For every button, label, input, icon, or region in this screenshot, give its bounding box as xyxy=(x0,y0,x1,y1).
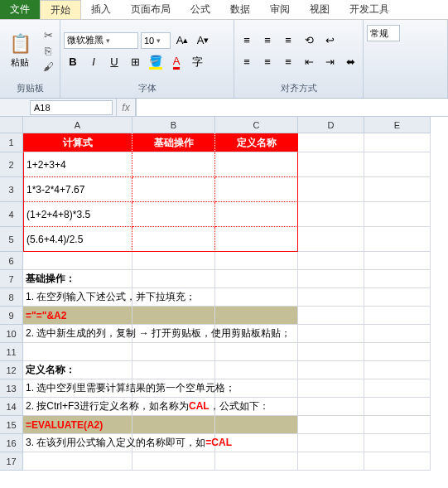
row-header[interactable]: 15 xyxy=(0,416,23,434)
row-header[interactable]: 12 xyxy=(0,361,23,379)
cell[interactable] xyxy=(215,452,298,471)
align-right-icon[interactable]: ≡ xyxy=(279,53,297,71)
copy-icon[interactable]: ⎘ xyxy=(41,45,55,58)
tab-data[interactable]: 数据 xyxy=(220,0,260,19)
underline-button[interactable]: U xyxy=(105,53,123,71)
row-header[interactable]: 16 xyxy=(0,434,23,452)
increase-indent-icon[interactable]: ⇥ xyxy=(320,53,339,71)
cell[interactable] xyxy=(364,361,431,379)
cell[interactable]: 1+2+3+4 xyxy=(23,152,132,177)
cell[interactable] xyxy=(132,270,215,288)
cell[interactable] xyxy=(298,202,364,227)
cell[interactable]: 定义名称 xyxy=(215,133,298,152)
cell[interactable] xyxy=(132,343,215,361)
cell[interactable] xyxy=(364,325,431,343)
cell[interactable] xyxy=(364,416,431,434)
italic-button[interactable]: I xyxy=(84,53,103,71)
row-header[interactable]: 10 xyxy=(0,325,23,343)
align-top-icon[interactable]: ≡ xyxy=(238,31,256,50)
select-all-corner[interactable] xyxy=(0,117,23,133)
cell[interactable] xyxy=(364,202,431,227)
cell[interactable] xyxy=(132,416,215,434)
col-header[interactable]: E xyxy=(364,117,431,133)
col-header[interactable]: A xyxy=(23,117,132,133)
cell[interactable] xyxy=(298,227,364,252)
tab-file[interactable]: 文件 xyxy=(0,0,40,19)
align-left-icon[interactable]: ≡ xyxy=(238,53,256,71)
cell[interactable] xyxy=(215,227,298,252)
row-header[interactable]: 2 xyxy=(0,152,23,177)
decrease-font-icon[interactable]: A▾ xyxy=(194,31,212,50)
cell[interactable] xyxy=(298,133,364,152)
tab-view[interactable]: 视图 xyxy=(300,0,340,19)
col-header[interactable]: B xyxy=(132,117,215,133)
cell[interactable] xyxy=(298,252,364,270)
cell[interactable] xyxy=(132,152,215,177)
fx-icon[interactable]: fx xyxy=(116,99,136,116)
name-box[interactable]: A18 xyxy=(30,100,113,115)
cell[interactable] xyxy=(132,252,215,270)
row-header[interactable]: 8 xyxy=(0,288,23,307)
cell[interactable] xyxy=(298,325,364,343)
row-header[interactable]: 4 xyxy=(0,202,23,227)
cell[interactable] xyxy=(364,270,431,288)
cell[interactable] xyxy=(364,379,431,398)
orientation-icon[interactable]: ⟲ xyxy=(300,31,318,50)
tab-formula[interactable]: 公式 xyxy=(181,0,220,19)
cell[interactable]: 1. 在空列输入下述公式，并下拉填充； xyxy=(23,288,132,307)
cell[interactable] xyxy=(132,227,215,252)
cell[interactable] xyxy=(364,434,431,452)
cell[interactable]: 2. 按Ctrl+F3进行定义名称，如名称为CAL，公式如下： xyxy=(23,398,132,416)
cell[interactable] xyxy=(215,252,298,270)
font-name-combo[interactable]: 微软雅黑▾ xyxy=(64,32,138,49)
cell[interactable] xyxy=(364,398,431,416)
col-header[interactable]: D xyxy=(298,117,364,133)
cell[interactable]: 计算式 xyxy=(23,133,132,152)
cell[interactable] xyxy=(298,270,364,288)
cell[interactable] xyxy=(215,152,298,177)
cell[interactable] xyxy=(364,152,431,177)
phonetic-button[interactable]: 字 xyxy=(188,53,206,71)
paste-button[interactable]: 📋 粘贴 xyxy=(3,28,36,74)
cell[interactable] xyxy=(298,398,364,416)
cell[interactable] xyxy=(364,227,431,252)
wrap-text-icon[interactable]: ↩ xyxy=(320,31,339,50)
cell[interactable] xyxy=(215,288,298,307)
row-header[interactable]: 6 xyxy=(0,252,23,270)
cell[interactable] xyxy=(23,343,132,361)
row-header[interactable]: 5 xyxy=(0,227,23,252)
cell[interactable]: 基础操作： xyxy=(23,270,132,288)
cell[interactable]: ="="&A2 xyxy=(23,307,132,325)
cell[interactable] xyxy=(132,452,215,471)
cut-icon[interactable]: ✂ xyxy=(41,29,55,42)
tab-review[interactable]: 审阅 xyxy=(260,0,300,19)
number-format-combo[interactable]: 常规 xyxy=(367,25,400,41)
cell[interactable] xyxy=(298,152,364,177)
cell[interactable]: =EVALUATE(A2) xyxy=(23,416,132,434)
row-header[interactable]: 1 xyxy=(0,133,23,152)
align-bottom-icon[interactable]: ≡ xyxy=(279,31,297,50)
cell[interactable] xyxy=(215,307,298,325)
font-size-combo[interactable]: 10▾ xyxy=(141,32,171,49)
tab-dev[interactable]: 开发工具 xyxy=(340,0,399,19)
cell[interactable] xyxy=(298,452,364,471)
tab-insert[interactable]: 插入 xyxy=(81,0,121,19)
row-header[interactable]: 9 xyxy=(0,307,23,325)
cell[interactable] xyxy=(132,307,215,325)
tab-layout[interactable]: 页面布局 xyxy=(121,0,181,19)
cell[interactable] xyxy=(215,177,298,202)
cell[interactable]: 1. 选中空列里需要计算结果的第一个空单元格； xyxy=(23,379,132,398)
cell[interactable] xyxy=(364,343,431,361)
cell[interactable] xyxy=(215,202,298,227)
col-header[interactable]: C xyxy=(215,117,298,133)
row-header[interactable]: 11 xyxy=(0,343,23,361)
cell[interactable] xyxy=(364,177,431,202)
bold-button[interactable]: B xyxy=(64,53,82,71)
cell[interactable]: (5.6+4.4)/2.5 xyxy=(23,227,132,252)
border-button[interactable]: ⊞ xyxy=(126,53,144,71)
cell[interactable] xyxy=(364,452,431,471)
cell[interactable] xyxy=(298,416,364,434)
row-header[interactable]: 14 xyxy=(0,398,23,416)
cell[interactable] xyxy=(298,343,364,361)
cell[interactable]: 1*3-2*4+7.67 xyxy=(23,177,132,202)
